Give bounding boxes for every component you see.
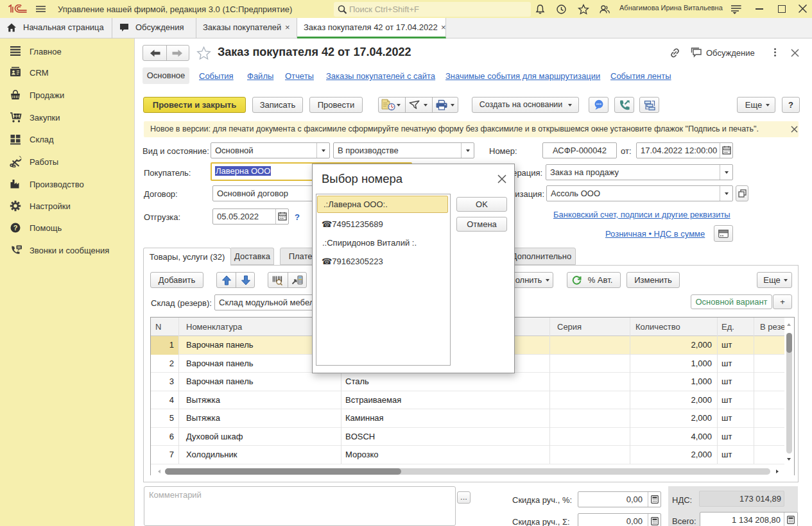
svg-text:?: ? bbox=[13, 224, 18, 232]
